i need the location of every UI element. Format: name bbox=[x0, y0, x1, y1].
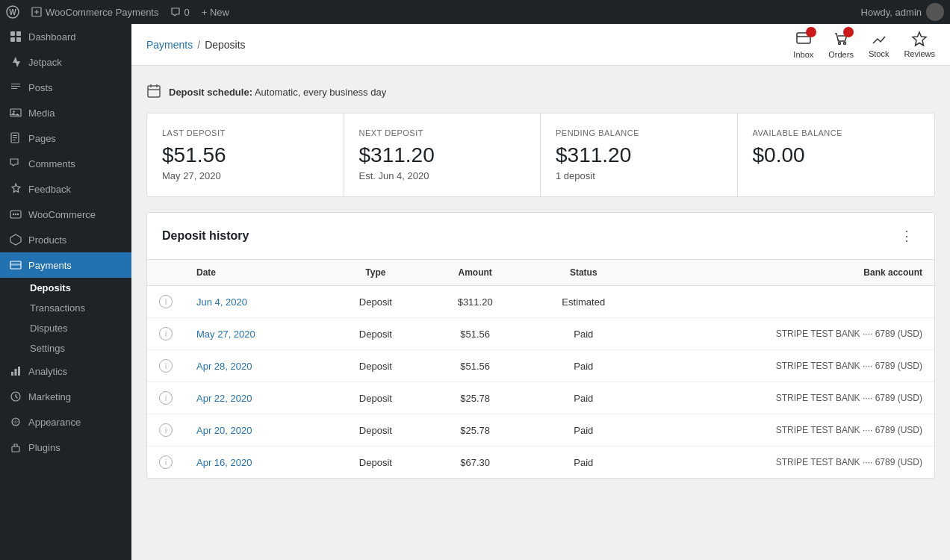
sidebar-sub-transactions[interactable]: Transactions bbox=[0, 298, 131, 318]
row-bank: STRIPE TEST BANK ···· 6789 (USD) bbox=[641, 414, 934, 447]
calendar-icon bbox=[146, 84, 161, 101]
topbar-new[interactable]: + New bbox=[202, 7, 229, 18]
sidebar-item-analytics[interactable]: Analytics bbox=[0, 358, 131, 384]
row-date: Apr 16, 2020 bbox=[184, 447, 326, 479]
history-header: Deposit history ⋮ bbox=[147, 213, 934, 260]
sidebar-sub-deposits[interactable]: Deposits bbox=[0, 278, 131, 298]
appearance-icon bbox=[9, 415, 22, 429]
sidebar: Dashboard Jetpack Posts Media Pages bbox=[0, 24, 131, 560]
row-date: Jun 4, 2020 bbox=[184, 286, 326, 318]
stat-last-deposit-value: $51.56 bbox=[162, 143, 329, 167]
orders-label: Orders bbox=[828, 50, 854, 59]
site-name[interactable]: WooCommerce Payments bbox=[31, 7, 158, 18]
svg-point-26 bbox=[839, 43, 841, 45]
stat-last-deposit-label: LAST DEPOSIT bbox=[162, 128, 329, 137]
sidebar-item-marketing[interactable]: Marketing bbox=[0, 384, 131, 409]
row-amount: $51.56 bbox=[424, 350, 526, 382]
sidebar-item-posts[interactable]: Posts bbox=[0, 75, 131, 100]
date-link[interactable]: Jun 4, 2020 bbox=[196, 296, 247, 308]
svg-rect-19 bbox=[10, 264, 21, 266]
stat-pending-value: $311.20 bbox=[556, 143, 722, 167]
sidebar-item-jetpack[interactable]: Jetpack bbox=[0, 49, 131, 75]
svg-rect-20 bbox=[11, 372, 13, 376]
sidebar-item-woocommerce[interactable]: WooCommerce bbox=[0, 202, 131, 227]
deposit-table-body: i Jun 4, 2020 Deposit $311.20 Estimated … bbox=[147, 286, 934, 479]
row-type: Deposit bbox=[326, 414, 424, 447]
row-info-icon[interactable]: i bbox=[147, 350, 184, 382]
row-info-icon[interactable]: i bbox=[147, 318, 184, 350]
avatar bbox=[926, 3, 944, 21]
wp-logo[interactable]: W bbox=[6, 5, 19, 19]
table-row: i Jun 4, 2020 Deposit $311.20 Estimated bbox=[147, 286, 934, 318]
row-bank: STRIPE TEST BANK ···· 6789 (USD) bbox=[641, 350, 934, 382]
row-status: Paid bbox=[526, 382, 641, 414]
sidebar-item-plugins[interactable]: Plugins bbox=[0, 435, 131, 460]
svg-rect-24 bbox=[12, 447, 19, 452]
row-date: Apr 28, 2020 bbox=[184, 350, 326, 382]
row-type: Deposit bbox=[326, 382, 424, 414]
stat-available-balance: AVAILABLE BALANCE $0.00 bbox=[738, 113, 935, 196]
row-date: May 27, 2020 bbox=[184, 318, 326, 350]
table-header-row: Date Type Amount Status Bank account bbox=[147, 260, 934, 286]
history-menu-button[interactable]: ⋮ bbox=[894, 225, 919, 247]
svg-rect-12 bbox=[13, 137, 17, 138]
col-type: Type bbox=[326, 260, 424, 286]
deposit-schedule-banner: Deposit schedule: Automatic, every busin… bbox=[146, 84, 935, 101]
svg-rect-11 bbox=[13, 135, 17, 136]
svg-point-16 bbox=[15, 214, 16, 215]
inbox-button[interactable]: Inbox bbox=[793, 30, 813, 59]
svg-rect-6 bbox=[16, 37, 21, 42]
svg-text:W: W bbox=[9, 8, 16, 16]
svg-rect-13 bbox=[13, 140, 16, 140]
jetpack-icon bbox=[9, 55, 22, 69]
stock-button[interactable]: Stock bbox=[869, 31, 890, 58]
sidebar-item-payments[interactable]: Payments bbox=[0, 252, 131, 278]
stat-next-deposit-label: NEXT DEPOSIT bbox=[359, 128, 526, 137]
payments-submenu: Deposits Transactions Disputes Settings bbox=[0, 278, 131, 358]
stat-pending-sub: 1 deposit bbox=[556, 170, 722, 181]
col-date: Date bbox=[184, 260, 326, 286]
sidebar-item-products[interactable]: Products bbox=[0, 227, 131, 252]
table-row: i Apr 20, 2020 Deposit $25.78 Paid STRIP… bbox=[147, 414, 934, 447]
feedback-icon bbox=[9, 182, 22, 196]
reviews-button[interactable]: Reviews bbox=[904, 31, 935, 58]
row-type: Deposit bbox=[326, 318, 424, 350]
sidebar-item-comments[interactable]: Comments bbox=[0, 151, 131, 176]
sidebar-item-dashboard[interactable]: Dashboard bbox=[0, 24, 131, 49]
stat-pending-balance: PENDING BALANCE $311.20 1 deposit bbox=[541, 113, 738, 196]
inbox-label: Inbox bbox=[793, 50, 813, 59]
col-amount: Amount bbox=[424, 260, 526, 286]
sidebar-sub-settings[interactable]: Settings bbox=[0, 338, 131, 358]
date-link[interactable]: Apr 16, 2020 bbox=[196, 457, 252, 468]
breadcrumb-parent[interactable]: Payments bbox=[146, 39, 193, 51]
sidebar-sub-disputes[interactable]: Disputes bbox=[0, 318, 131, 338]
row-info-icon[interactable]: i bbox=[147, 447, 184, 479]
row-date: Apr 22, 2020 bbox=[184, 382, 326, 414]
sidebar-item-feedback[interactable]: Feedback bbox=[0, 176, 131, 202]
svg-point-17 bbox=[17, 214, 19, 215]
svg-rect-29 bbox=[148, 86, 160, 97]
info-circle-icon: i bbox=[159, 455, 173, 469]
row-type: Deposit bbox=[326, 447, 424, 479]
sidebar-item-pages[interactable]: Pages bbox=[0, 125, 131, 151]
row-info-icon[interactable]: i bbox=[147, 286, 184, 318]
sidebar-item-media[interactable]: Media bbox=[0, 100, 131, 125]
date-link[interactable]: Apr 20, 2020 bbox=[196, 425, 252, 436]
row-info-icon[interactable]: i bbox=[147, 382, 184, 414]
table-row: i Apr 22, 2020 Deposit $25.78 Paid STRIP… bbox=[147, 382, 934, 414]
svg-rect-22 bbox=[18, 367, 20, 376]
topbar-comments[interactable]: 0 bbox=[170, 7, 189, 18]
row-info-icon[interactable]: i bbox=[147, 414, 184, 447]
info-circle-icon: i bbox=[159, 359, 173, 373]
deposit-schedule-label: Deposit schedule: bbox=[169, 87, 252, 98]
date-link[interactable]: Apr 28, 2020 bbox=[196, 361, 252, 372]
row-amount: $311.20 bbox=[424, 286, 526, 318]
date-link[interactable]: May 27, 2020 bbox=[196, 329, 255, 340]
sidebar-item-appearance[interactable]: Appearance bbox=[0, 409, 131, 435]
posts-icon bbox=[9, 81, 22, 94]
orders-button[interactable]: Orders bbox=[828, 30, 854, 59]
breadcrumb-current: Deposits bbox=[205, 39, 245, 51]
dashboard-icon bbox=[9, 30, 22, 43]
date-link[interactable]: Apr 22, 2020 bbox=[196, 393, 252, 404]
row-status: Paid bbox=[526, 350, 641, 382]
